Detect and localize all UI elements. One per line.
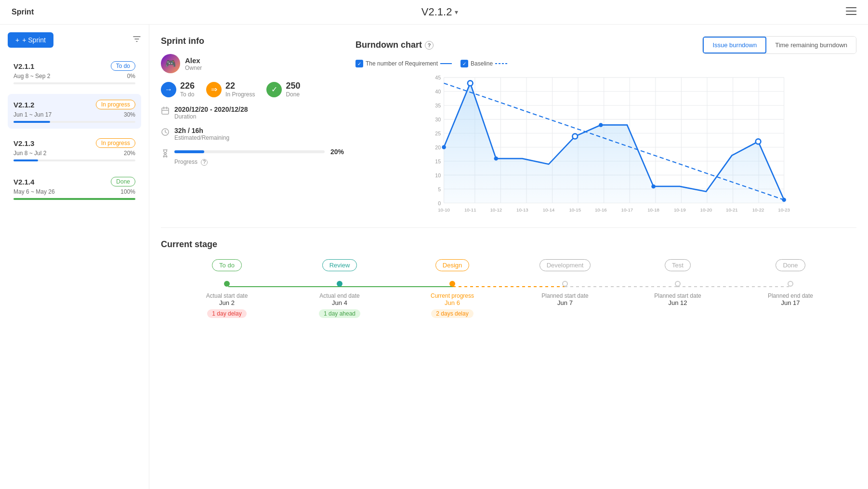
filter-icon[interactable]	[132, 35, 141, 45]
sprint-status-badge: In progress	[96, 100, 135, 109]
stage-badge-review: Review	[322, 259, 357, 271]
content-top: Sprint info 🎮 Alex Owner → 226	[161, 36, 856, 216]
todo-label: To do	[180, 91, 195, 98]
sidebar-item-v213[interactable]: V2.1.3 In progress Jun 8 ~ Jul 2 20%	[8, 132, 141, 167]
stage-date-value-todo: Jun 2	[219, 299, 235, 306]
stage-done: Done Planned end date Jun 17	[734, 259, 847, 318]
stage-development: Development Planned start date Jun 7	[509, 259, 621, 318]
done-label: Done	[286, 91, 300, 98]
current-stage-section: Current stage To do	[161, 239, 856, 318]
svg-rect-3	[854, 7, 856, 8]
duration-label: Duration	[174, 113, 248, 120]
done-stat: ✓ 250 Done	[266, 81, 300, 98]
current-stage-title: Current stage	[161, 239, 856, 250]
sidebar-item-v214[interactable]: V2.1.4 Done May 6 ~ May 26 100%	[8, 171, 141, 206]
clock-icon	[161, 128, 170, 138]
burndown-title: Burndown chart ?	[355, 40, 434, 50]
owner-name: Alex	[185, 56, 202, 65]
burndown-help-icon[interactable]: ?	[425, 41, 434, 50]
svg-text:5: 5	[438, 186, 441, 192]
svg-text:15: 15	[435, 159, 441, 164]
estimated-value: 32h / 16h	[174, 127, 229, 134]
top-bar-left: Sprint	[12, 8, 34, 16]
sprint-progress-bar	[13, 159, 135, 161]
sprint-name: V2.1.2	[13, 101, 34, 109]
sprint-status-badge: Done	[111, 177, 135, 186]
stage-delay-todo: 1 day delay	[207, 309, 246, 318]
legend-check-icon: ✓	[355, 60, 363, 67]
sprint-selector[interactable]: V2.1.2 ▾	[421, 6, 459, 18]
owner-label: Owner	[185, 65, 202, 71]
sprint-progress-bar	[13, 121, 135, 123]
svg-text:35: 35	[435, 103, 441, 108]
tab-time-remaining-burndown[interactable]: Time remaining burndown	[766, 37, 856, 53]
svg-rect-5	[854, 14, 856, 15]
burndown-section: Burndown chart ? Issue burndown Time rem…	[355, 36, 856, 216]
sprint-progress-bar	[13, 198, 135, 200]
stage-date-value-design: Jun 6	[445, 299, 460, 306]
progress-help-icon[interactable]: ?	[201, 159, 208, 166]
stage-date-value-review: Jun 4	[332, 299, 347, 306]
estimated-row: 32h / 16h Estimated/Remaining	[161, 127, 344, 141]
stage-date-label-todo: Actual start date	[206, 292, 248, 299]
stage-date-value-done: Jun 17	[781, 299, 800, 306]
svg-line-13	[165, 132, 167, 133]
calendar-icon	[161, 106, 170, 117]
svg-text:40: 40	[435, 89, 441, 94]
sidebar-item-v212[interactable]: V2.1.2 In progress Jun 1 ~ Jun 17 30%	[8, 94, 141, 129]
data-point	[468, 80, 473, 86]
menu-icon[interactable]	[846, 7, 856, 17]
sprint-dates: Jun 8 ~ Jul 2	[13, 150, 46, 157]
sprint-progress-bar	[13, 82, 135, 84]
todo-icon: →	[161, 82, 176, 97]
done-value: 250	[286, 81, 300, 91]
main-content: Sprint info 🎮 Alex Owner → 226	[149, 25, 868, 489]
progress-track	[174, 150, 325, 153]
progress-label: Progress ?	[174, 159, 344, 166]
legend-baseline-check-icon: ✓	[460, 60, 468, 67]
stage-date-value-test: Jun 12	[668, 299, 687, 306]
svg-text:45: 45	[435, 75, 441, 80]
sprint-name: V2.1.3	[13, 139, 34, 147]
sprint-progress-pct: 100%	[120, 188, 135, 195]
legend-baseline: ✓ Baseline	[460, 60, 509, 67]
legend-baseline-label: Baseline	[471, 60, 493, 67]
duration-row: 2020/12/20 - 2020/12/28 Duration	[161, 106, 344, 120]
legend-requirement-label: The number of Requirement	[366, 60, 438, 67]
stage-review: Review Actual end date Jun 4 1 day ahead	[283, 259, 396, 318]
inprogress-value: 22	[225, 81, 255, 91]
data-point	[572, 134, 578, 139]
burndown-tab-group: Issue burndown Time remaining burndown	[702, 36, 856, 54]
svg-rect-4	[854, 11, 856, 12]
stage-date-label-done: Planned end date	[768, 292, 813, 299]
section-divider	[161, 227, 856, 228]
stage-badge-test: Test	[665, 259, 691, 271]
legend-requirement: ✓ The number of Requirement	[355, 60, 452, 67]
svg-text:10-12: 10-12	[490, 207, 502, 212]
data-point	[756, 139, 761, 144]
tab-issue-burndown[interactable]: Issue burndown	[703, 37, 766, 53]
svg-text:10: 10	[435, 172, 441, 178]
svg-text:10-20: 10-20	[700, 207, 712, 212]
top-bar: Sprint V2.1.2 ▾	[0, 0, 868, 25]
done-icon: ✓	[266, 82, 282, 97]
stage-badge-design: Design	[435, 259, 469, 271]
sidebar-item-v211[interactable]: V2.1.1 To do Aug 8 ~ Sep 2 0%	[8, 55, 141, 90]
data-point	[494, 157, 499, 161]
progress-percent: 20%	[330, 148, 344, 156]
burndown-header: Burndown chart ? Issue burndown Time rem…	[355, 36, 856, 54]
duration-value: 2020/12/20 - 2020/12/28	[174, 106, 248, 113]
svg-text:10-23: 10-23	[778, 207, 790, 212]
svg-text:10-18: 10-18	[647, 207, 659, 212]
chevron-down-icon: ▾	[455, 8, 458, 16]
hourglass-icon	[161, 149, 170, 159]
stats-row: → 226 To do ⇒ 22 In Progress	[161, 81, 344, 98]
add-sprint-button[interactable]: + + Sprint	[8, 32, 53, 48]
stage-delay-review: 1 day ahead	[319, 309, 360, 318]
sidebar: + + Sprint V2.1.1 To do Aug 8 ~ Sep	[0, 25, 149, 489]
inprogress-stat: ⇒ 22 In Progress	[206, 81, 255, 98]
sprint-progress-pct: 20%	[124, 150, 135, 157]
stage-badge-todo: To do	[212, 259, 242, 271]
data-point	[651, 185, 656, 189]
stage-date-label-design: Current progress	[431, 292, 474, 299]
